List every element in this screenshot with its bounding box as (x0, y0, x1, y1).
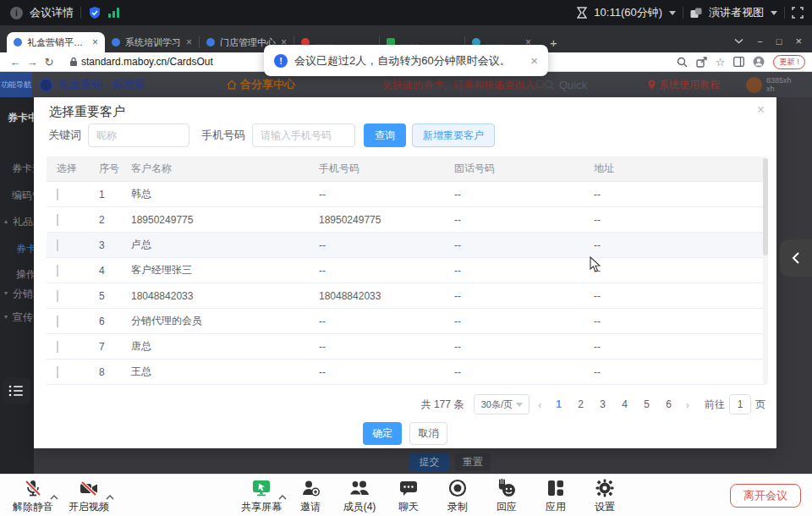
meeting-panel-expander[interactable] (780, 239, 812, 277)
cancel-button[interactable]: 取消 (409, 422, 447, 445)
forward-icon[interactable]: → (24, 56, 41, 69)
share-icon[interactable] (696, 57, 707, 68)
record-button[interactable]: 录制 (433, 476, 482, 514)
new-tab-button[interactable]: + (550, 36, 557, 50)
next-page-icon[interactable]: › (683, 398, 693, 411)
row-checkbox[interactable] (57, 290, 58, 302)
sidebar-item[interactable]: 券卡查 (12, 162, 34, 176)
tab-favicon (206, 38, 215, 47)
table-row[interactable]: 7唐总 ------ (47, 334, 765, 360)
keyword-input[interactable] (88, 124, 189, 147)
meeting-toast: ! 会议已超过2人，自动转为60分钟限时会议。 × (264, 45, 548, 76)
row-checkbox[interactable] (57, 214, 58, 226)
chrome-update-button[interactable]: 更新! (773, 55, 805, 69)
chevron-up-icon[interactable] (50, 495, 58, 500)
tutorial-link[interactable]: 系统使用教程 (648, 78, 720, 92)
search-button[interactable]: 查询 (364, 124, 406, 147)
row-checkbox[interactable] (57, 341, 58, 353)
sidebar-item[interactable]: 编码管 (12, 189, 34, 203)
promo-text: 更快捷的券卡、订单和快递查询入口 (382, 78, 545, 92)
meeting-info-icon[interactable]: i (10, 7, 23, 19)
camera-muted-icon (78, 478, 100, 498)
table-row[interactable]: 518048842033 18048842033---- (47, 283, 765, 309)
modal-close-icon[interactable]: × (757, 102, 765, 118)
reload-icon[interactable]: ↻ (41, 56, 58, 69)
window-maximize-icon[interactable]: □ (776, 36, 782, 47)
invite-button[interactable]: 邀请 (286, 476, 335, 514)
share-screen-button[interactable]: 共享屏幕 (237, 476, 286, 514)
apps-button[interactable]: 应用 (531, 476, 580, 514)
table-row[interactable]: 3卢总 ------ (47, 233, 765, 258)
mobile-input[interactable] (252, 124, 355, 147)
page-number[interactable]: 3 (595, 398, 612, 410)
window-close-icon[interactable]: × (795, 35, 802, 47)
tab-close-icon[interactable]: × (92, 36, 98, 48)
browser-tab[interactable]: 系统培训学习 × (105, 32, 199, 52)
settings-button[interactable]: 设置 (580, 476, 629, 514)
sidebar-item[interactable]: 礼品发 (13, 215, 34, 229)
goto-page-input[interactable] (729, 394, 751, 414)
sidebar-item-active[interactable]: 券卡 (16, 242, 34, 256)
page-number[interactable]: 2 (573, 398, 590, 410)
chevron-up-icon[interactable] (106, 495, 114, 500)
mouse-cursor (590, 256, 601, 273)
chat-button[interactable]: 聊天 (384, 476, 433, 514)
window-menu-icon[interactable] (734, 38, 743, 44)
view-mode-label[interactable]: 演讲者视图 (709, 5, 764, 20)
bookmark-star-icon[interactable]: ☆ (716, 56, 726, 69)
site-nav-toggle[interactable]: 功能导航 (0, 72, 32, 97)
row-checkbox[interactable] (57, 189, 58, 200)
members-button[interactable]: 成员(4) (335, 476, 384, 514)
sidebar-item[interactable]: 分销发 (13, 287, 34, 301)
network-signal-icon[interactable] (108, 8, 119, 18)
row-checkbox[interactable] (57, 366, 58, 378)
view-layout-icon[interactable] (690, 8, 702, 19)
table-row[interactable]: 4客户经理张三 ------ (47, 258, 765, 283)
view-caret-icon[interactable] (771, 11, 777, 15)
start-video-button[interactable]: 开启视频 (64, 476, 113, 514)
back-icon[interactable]: ← (7, 56, 24, 69)
sidebar-item[interactable]: 操作 (16, 267, 34, 282)
toast-close-icon[interactable]: × (530, 53, 538, 68)
user-account[interactable]: 8385xhxh (746, 76, 792, 93)
add-customer-button[interactable]: 新增重要客户 (412, 124, 495, 147)
browser-tab-active[interactable]: 礼盒营销平台管理中心 × (7, 32, 105, 52)
table-row[interactable]: 218950249775 18950249775---- (47, 207, 765, 233)
security-shield-icon[interactable] (88, 6, 102, 19)
page-number[interactable]: 1 (551, 398, 568, 410)
window-minimize-icon[interactable]: − (757, 36, 762, 47)
table-row[interactable]: 6分销代理的会员 ------ (47, 309, 765, 334)
tab-close-icon[interactable]: × (186, 36, 192, 48)
sidebar-item[interactable]: 宣传动 (13, 310, 34, 325)
fullscreen-icon[interactable] (792, 7, 804, 19)
page-number[interactable]: 5 (639, 398, 656, 410)
meeting-list-toggle[interactable] (2, 377, 30, 404)
info-icon: ! (274, 54, 288, 68)
share-center-link[interactable]: 合分享中心 (227, 77, 295, 92)
confirm-button[interactable]: 确定 (363, 422, 402, 445)
table-row[interactable]: 1韩总 ------ (47, 182, 765, 207)
row-checkbox[interactable] (57, 265, 58, 277)
table-row[interactable]: 8王总 ------ (47, 360, 765, 385)
zoom-icon[interactable] (677, 57, 688, 68)
unmute-button[interactable]: 解除静音 (8, 476, 58, 514)
page-size-select[interactable]: 30条/页 (474, 394, 529, 414)
search-icon (544, 80, 555, 91)
reactions-button[interactable]: 回应 (482, 476, 531, 514)
page-number[interactable]: 6 (661, 398, 678, 410)
lock-icon[interactable] (69, 57, 78, 67)
list-icon (8, 384, 24, 398)
row-checkbox[interactable] (57, 316, 58, 327)
prev-page-icon[interactable]: ‹ (535, 398, 545, 411)
quick-search[interactable]: Quick (544, 79, 587, 91)
page-number[interactable]: 4 (617, 398, 634, 410)
reset-button-dimmed: 重置 (455, 453, 491, 471)
side-panel-icon[interactable] (733, 57, 744, 67)
row-checkbox[interactable] (57, 239, 58, 251)
table-scrollbar[interactable] (763, 158, 768, 385)
time-caret-icon[interactable] (669, 11, 676, 15)
url-text[interactable]: standard.maboy.cn/CardsOut (81, 56, 213, 68)
leave-meeting-button[interactable]: 离开会议 (730, 484, 801, 508)
meeting-details-label[interactable]: 会议详情 (30, 5, 74, 20)
profile-avatar-icon[interactable] (753, 56, 765, 68)
